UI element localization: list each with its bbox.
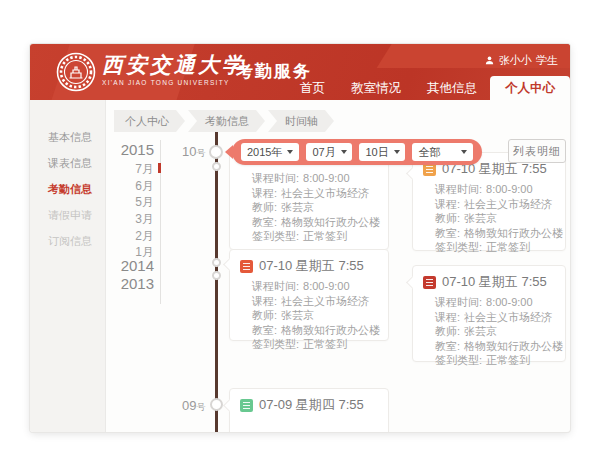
month-feb[interactable]: 2月 <box>135 228 154 245</box>
breadcrumb-personal-center[interactable]: 个人中心 <box>114 110 185 132</box>
year-2014[interactable]: 2014 <box>121 257 154 274</box>
sidebar-item-timetable[interactable]: 课表信息 <box>30 150 105 176</box>
user-role: 学生 <box>536 53 558 68</box>
timeline-node-day09 <box>210 398 223 411</box>
type-dropdown-value: 全部 <box>418 145 440 160</box>
card-field: 教师:张芸京 <box>230 308 388 323</box>
nav-item-personal-center[interactable]: 个人中心 <box>490 76 570 100</box>
day-marker-09: 09号 <box>182 398 205 414</box>
breadcrumb-attendance[interactable]: 考勤信息 <box>188 110 265 132</box>
card-field: 教室:格物致知行政办公楼 <box>413 339 565 354</box>
card-field: 教室:格物致知行政办公楼 <box>413 226 565 241</box>
sidebar-item-leave-request[interactable]: 请假申请 <box>30 202 105 228</box>
sidebar-item-attendance[interactable]: 考勤信息 <box>30 176 105 202</box>
card-field: 签到类型:正常签到 <box>230 229 388 244</box>
sidebar: 基本信息 课表信息 考勤信息 请假申请 订阅信息 <box>30 100 106 432</box>
month-dropdown[interactable]: 07月 <box>306 143 352 161</box>
type-dropdown[interactable]: 全部 <box>412 143 473 161</box>
nav-item-home[interactable]: 首页 <box>287 76 338 100</box>
day-dropdown[interactable]: 10日 <box>359 143 405 161</box>
nav-item-classrooms[interactable]: 教室情况 <box>338 76 414 100</box>
year-dropdown-value: 2015年 <box>247 145 282 160</box>
card-header: 07-10 星期五 7:55 <box>230 250 388 279</box>
card-field: 教室:格物致知行政办公楼 <box>230 323 388 338</box>
attendance-card[interactable]: 07-10 星期五 7:55 课程时间:8:00-9:00 课程:社会主义市场经… <box>229 249 389 341</box>
day-dropdown-value: 10日 <box>365 145 388 160</box>
nav-item-other-info[interactable]: 其他信息 <box>414 76 490 100</box>
card-header: 07-09 星期四 7:55 <box>230 389 388 418</box>
chevron-down-icon <box>287 150 293 154</box>
month-may[interactable]: 5月 <box>135 194 154 211</box>
top-nav: 首页 教室情况 其他信息 个人中心 <box>287 76 570 100</box>
app-header: 西安交通大学 XI'AN JIAO TONG UNIVERSITY 考勤服务 张… <box>30 44 570 100</box>
card-field: 教师:张芸京 <box>230 200 388 215</box>
month-jun[interactable]: 6月 <box>135 178 154 195</box>
user-name: 张小小 <box>499 53 532 68</box>
screenshot-canvas: 西安交通大学 XI'AN JIAO TONG UNIVERSITY 考勤服务 张… <box>0 0 600 450</box>
record-type-icon <box>240 399 253 412</box>
card-field: 课程时间:8:00-9:00 <box>413 295 565 310</box>
card-header: 07-10 星期五 7:55 <box>413 266 565 295</box>
card-field: 课程时间:8:00-9:00 <box>230 279 388 294</box>
university-name-en: XI'AN JIAO TONG UNIVERSITY <box>102 79 246 86</box>
sidebar-item-subscription[interactable]: 订阅信息 <box>30 228 105 254</box>
sidebar-item-basic-info[interactable]: 基本信息 <box>30 124 105 150</box>
user-chip[interactable]: 张小小 学生 <box>484 53 558 68</box>
card-field: 教师:张芸京 <box>413 324 565 339</box>
card-field: 签到类型:正常签到 <box>230 337 388 352</box>
card-field: 课程:社会主义市场经济 <box>413 310 565 325</box>
attendance-card[interactable]: 07-09 星期四 7:55 <box>229 388 389 432</box>
timeline-node-small <box>212 162 221 171</box>
breadcrumb-timeline[interactable]: 时间轴 <box>268 110 334 132</box>
month-dropdown-value: 07月 <box>312 145 335 160</box>
record-type-icon <box>240 260 253 273</box>
card-field: 教师:张芸京 <box>413 211 565 226</box>
card-field: 课程时间:8:00-9:00 <box>413 182 565 197</box>
card-title: 07-10 星期五 7:55 <box>442 273 547 291</box>
card-field: 课程:社会主义市场经济 <box>230 294 388 309</box>
university-logo-icon <box>56 52 96 92</box>
card-field: 教室:格物致知行政办公楼 <box>230 215 388 230</box>
attendance-app-window: 西安交通大学 XI'AN JIAO TONG UNIVERSITY 考勤服务 张… <box>30 44 570 432</box>
timeline-node-day10 <box>209 145 223 159</box>
card-title: 07-10 星期五 7:55 <box>259 257 364 275</box>
breadcrumb: 个人中心 考勤信息 时间轴 <box>114 110 334 132</box>
timeline-year-month-nav: 2015 7月 6月 5月 3月 2月 1月 2014 2013 <box>106 100 158 432</box>
timeline-node-small <box>212 271 221 280</box>
card-field: 课程:社会主义市场经济 <box>413 197 565 212</box>
year-dropdown[interactable]: 2015年 <box>241 143 299 161</box>
university-name-cn: 西安交通大学 <box>102 51 246 78</box>
day-marker-10: 10号 <box>182 144 205 160</box>
university-title-block: 西安交通大学 XI'AN JIAO TONG UNIVERSITY <box>102 51 246 86</box>
card-title: 07-09 星期四 7:55 <box>259 396 364 414</box>
card-field: 签到类型:正常签到 <box>413 240 565 255</box>
month-mar[interactable]: 3月 <box>135 211 154 228</box>
list-detail-button[interactable]: 列表明细 <box>508 139 566 163</box>
chevron-down-icon <box>341 150 347 154</box>
attendance-card[interactable]: 07-10 星期五 7:55 课程时间:8:00-9:00 课程:社会主义市场经… <box>412 265 566 362</box>
chevron-down-icon <box>394 150 400 154</box>
record-type-icon <box>423 276 436 289</box>
attendance-card[interactable]: 07-10 星期五 7:55 课程时间:8:00-9:00 课程:社会主义市场经… <box>412 152 566 251</box>
card-field: 签到类型:正常签到 <box>413 353 565 368</box>
year-2015[interactable]: 2015 <box>121 141 154 158</box>
card-field: 课程时间:8:00-9:00 <box>230 171 388 186</box>
year-2013[interactable]: 2013 <box>121 275 154 292</box>
month-jul[interactable]: 7月 <box>135 161 154 178</box>
card-field: 课程:社会主义市场经济 <box>230 186 388 201</box>
timeline-node-small <box>212 258 221 267</box>
user-icon <box>484 55 495 66</box>
current-month-marker <box>158 163 161 173</box>
chevron-down-icon <box>461 150 467 154</box>
date-filter-bar: 2015年 07月 10日 全部 <box>232 139 482 165</box>
